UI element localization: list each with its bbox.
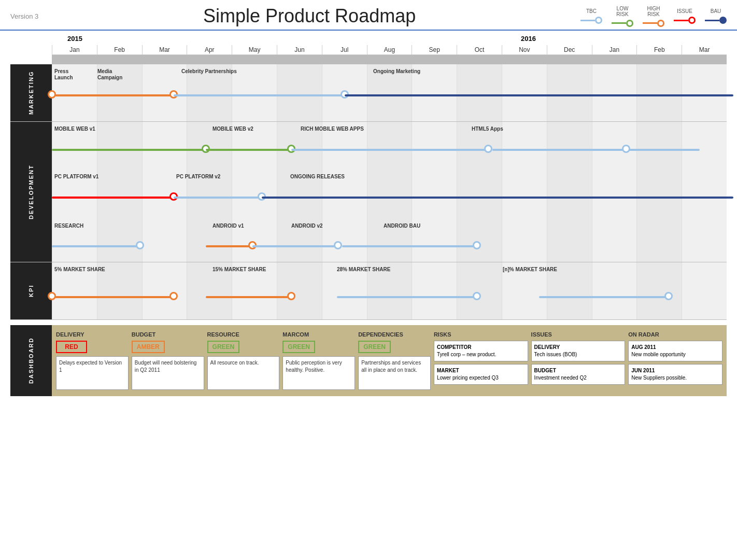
dashboard-issues: ISSUES DELIVERY Tech issues (BOB) BUDGET…	[531, 331, 626, 390]
development-label: DEVELOPMENT	[10, 122, 52, 262]
marketing-label-ongoing: Ongoing Marketing	[373, 68, 420, 74]
kpi-content: 5% MARKET SHARE 15% MARKET SHARE 28% MAR…	[52, 262, 727, 319]
marketing-content: PressLaunch MediaCampaign Celebrity Part…	[52, 64, 727, 121]
dashboard-risks-header: RISKS	[434, 331, 528, 338]
legend-high-risk: HIGHRISK	[643, 6, 664, 27]
dashboard-radar-item-1: AUG 2011 New mobile opportunity	[628, 341, 722, 361]
marketing-label-celeb: Celebrity Partnerships	[181, 68, 237, 74]
kpi-section: KPI 5% MARKET SHARE 15% MAR	[10, 262, 727, 320]
dashboard-marcom-badge: GREEN	[282, 341, 315, 353]
marketing-bar-darkblue	[345, 94, 733, 96]
dashboard-budget-text: Budget will need bolstering in Q2 2011	[132, 356, 204, 390]
dashboard-resource-badge: GREEN	[207, 341, 240, 353]
dev-label-research: RESEARCH	[54, 223, 83, 229]
month-oct2015: Oct	[457, 45, 502, 54]
month-mar2015: Mar	[142, 45, 187, 54]
version-label: Version 3	[10, 12, 38, 20]
dashboard-delivery-header: DELIVERY	[56, 331, 129, 338]
radar-1-text: New mobile opportunity	[631, 351, 719, 358]
dev-bar-html5	[492, 149, 700, 151]
month-may2015: May	[232, 45, 277, 54]
kpi-label: KPI	[10, 262, 52, 319]
dashboard-resource-header: RESOURCE	[207, 331, 280, 338]
dashboard-issues-header: ISSUES	[531, 331, 626, 338]
month-jun2015: Jun	[277, 45, 322, 54]
dev-circle-research-end	[136, 241, 144, 249]
months-row: Jan Feb Mar Apr May Jun Jul Aug Sep Oct …	[52, 45, 727, 55]
kpi-label-15pct: 15% MARKET SHARE	[212, 267, 266, 272]
issue-2-text: Investment needed Q2	[534, 374, 622, 382]
kpi-circle-jan	[48, 292, 56, 300]
dev-label-pc2: PC PLATFORM v2	[176, 174, 220, 179]
month-mar2016: Mar	[682, 45, 727, 54]
dev-label-pc1: PC PLATFORM v1	[54, 174, 98, 179]
dashboard-risks-item-1: COMPETITOR Tyrell corp – new product.	[434, 341, 528, 361]
month-sep2015: Sep	[412, 45, 457, 54]
dev-label-android1: ANDROID v1	[212, 223, 244, 229]
dev-circle-androidbau-end	[473, 241, 481, 249]
dashboard-issues-items: DELIVERY Tech issues (BOB) BUDGET Invest…	[531, 341, 626, 385]
dashboard-onradar: ON RADAR AUG 2011 New mobile opportunity…	[628, 331, 722, 390]
month-dec2015: Dec	[547, 45, 592, 54]
dev-label-mobileweb2: MOBILE WEB v2	[212, 126, 253, 132]
issue-1-title: DELIVERY	[534, 344, 622, 351]
page-header: Version 3 Simple Product Roadmap TBC LOW…	[0, 0, 737, 31]
dashboard-budget-header: BUDGET	[132, 331, 204, 338]
radar-2-text: New Suppliers possible.	[631, 374, 719, 382]
dev-bar-androidbau	[342, 245, 477, 247]
radar-1-date: AUG 2011	[631, 344, 719, 351]
dashboard-marcom: MARCOM GREEN Public perception is very h…	[282, 331, 355, 390]
dashboard-delivery: DELIVERY RED Delays expected to Version …	[56, 331, 129, 390]
marketing-label: MARKETING	[10, 64, 52, 121]
legend-tbc: TBC	[580, 8, 602, 24]
legend-issue: ISSUE	[674, 8, 696, 24]
marketing-bar-lightblue	[174, 94, 345, 96]
dashboard-dependencies-header: DEPENDENCIES	[358, 331, 431, 338]
dev-label-mobileweb1: MOBILE WEB v1	[54, 126, 95, 132]
dashboard-budget-badge: AMBER	[132, 341, 165, 353]
dev-bar-pc1	[52, 197, 174, 199]
dashboard-dependencies: DEPENDENCIES GREEN Partnerships and serv…	[358, 331, 431, 390]
chart-container: 2015 2016 Jan Feb Mar Apr May Jun Jul Au…	[0, 35, 737, 320]
dashboard-issues-item-1: DELIVERY Tech issues (BOB)	[531, 341, 626, 361]
dashboard-delivery-text: Delays expected to Version 1	[56, 356, 129, 390]
risk-1-title: COMPETITOR	[437, 344, 525, 351]
kpi-label-28pct: 28% MARKET SHARE	[337, 267, 390, 272]
month-jan2015: Jan	[52, 45, 97, 54]
development-content: MOBILE WEB v1 MOBILE WEB v2 RICH MOBILE …	[52, 122, 727, 262]
legend: TBC LOWRISK HIGHRISK ISSUE	[580, 6, 727, 27]
kpi-bar-apr-jun	[206, 296, 291, 298]
risk-2-text: Lower pricing expected Q3	[437, 374, 525, 382]
dev-label-android2: ANDROID v2	[291, 223, 323, 229]
marketing-circle-start	[48, 90, 56, 99]
dashboard-content: DELIVERY RED Delays expected to Version …	[52, 325, 727, 396]
dashboard-dependencies-badge: GREEN	[358, 341, 391, 353]
dev-bar-ongoing	[262, 197, 733, 199]
month-feb2016: Feb	[636, 45, 682, 54]
dashboard-marcom-text: Public perception is very healthy. Posit…	[282, 356, 355, 390]
dev-circle-nov	[484, 145, 492, 153]
dev-bar-mobileweb1	[52, 149, 206, 151]
issue-1-text: Tech issues (BOB)	[534, 351, 622, 358]
radar-2-date: JUN 2011	[631, 367, 719, 374]
dev-label-ongoing: ONGOING RELEASES	[290, 174, 345, 179]
page-title: Simple Product Roadmap	[38, 5, 580, 27]
month-nov2015: Nov	[502, 45, 547, 54]
kpi-bar-jan2016	[539, 296, 669, 298]
risk-1-text: Tyrell corp – new product.	[437, 351, 525, 358]
timeline-bar	[52, 55, 727, 64]
dev-bar-android1	[206, 245, 252, 247]
kpi-circle-mar	[169, 292, 178, 300]
dashboard-label: DASHBOARD	[10, 325, 52, 396]
development-section: DEVELOPMENT MOBILE	[10, 122, 727, 262]
dev-bar-research	[52, 245, 140, 247]
month-aug2015: Aug	[367, 45, 412, 54]
month-jan2016: Jan	[592, 45, 637, 54]
dev-circle-android2-end	[334, 241, 342, 249]
dev-label-html5: HTML5 Apps	[472, 126, 503, 132]
dashboard-marcom-header: MARCOM	[282, 331, 355, 338]
kpi-label-5pct: 5% MARKET SHARE	[54, 267, 105, 272]
dashboard-risks-items: COMPETITOR Tyrell corp – new product. MA…	[434, 341, 528, 385]
dashboard-budget: BUDGET AMBER Budget will need bolstering…	[132, 331, 204, 390]
dev-bar-android2	[252, 245, 338, 247]
